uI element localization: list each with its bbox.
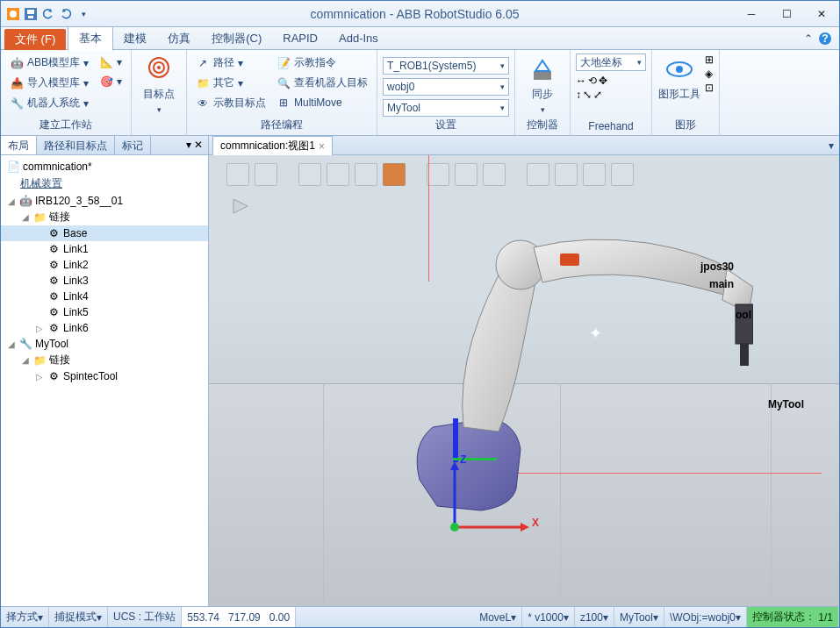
- minimize-ribbon-icon[interactable]: ⌃: [804, 32, 813, 45]
- tree-mytool[interactable]: ◢🔧MyTool: [1, 336, 208, 352]
- sb-controller-state[interactable]: 控制器状态： 1/1: [747, 607, 839, 627]
- stb12[interactable]: [583, 163, 606, 186]
- stb1[interactable]: [226, 163, 249, 186]
- stb4[interactable]: [327, 163, 349, 186]
- sb-speed[interactable]: * v1000 ▾: [522, 607, 575, 627]
- coord-button[interactable]: 🎯▾: [96, 73, 126, 90]
- tree-link5[interactable]: ⚙Link5: [1, 304, 208, 320]
- tab-model[interactable]: 建模: [113, 27, 157, 50]
- stb5[interactable]: [355, 163, 377, 186]
- sb-snap-mode[interactable]: 捕捉模式 ▾: [49, 607, 108, 627]
- sb-tool[interactable]: MyTool ▾: [614, 607, 664, 627]
- close-tab-icon[interactable]: ×: [319, 140, 325, 153]
- g2-icon[interactable]: ◈: [705, 68, 714, 80]
- undo-icon[interactable]: [41, 7, 55, 21]
- help-icon[interactable]: ?: [818, 32, 832, 46]
- maximize-button[interactable]: ☐: [769, 2, 804, 26]
- show-target-button[interactable]: 👁示教目标点: [192, 94, 269, 112]
- sb-zone[interactable]: z100 ▾: [575, 607, 614, 627]
- stb10[interactable]: [527, 163, 549, 186]
- target-button[interactable]: 目标点 ▾: [137, 54, 181, 116]
- tree-link1[interactable]: ⚙Link1: [1, 241, 208, 257]
- scene-play-icon[interactable]: [230, 196, 251, 217]
- sb-wobj[interactable]: \WObj:=wobj0 ▾: [664, 607, 747, 627]
- expand-icon[interactable]: ▷: [34, 372, 44, 382]
- view-menu-icon[interactable]: ▾: [829, 139, 834, 152]
- tab-rapid[interactable]: RAPID: [272, 28, 328, 48]
- sb-movel[interactable]: MoveL ▾: [474, 607, 522, 627]
- tree-robot[interactable]: ◢🤖IRB120_3_58__01: [1, 193, 208, 209]
- robot-system-button[interactable]: 🔧机器人系统 ▾: [6, 94, 92, 112]
- tab-basic[interactable]: 基本: [68, 26, 113, 51]
- sync-button[interactable]: 同步 ▾: [521, 54, 564, 116]
- stb9[interactable]: [483, 163, 506, 186]
- stb11[interactable]: [555, 163, 578, 186]
- rotate-icon[interactable]: ⟲: [588, 75, 597, 87]
- tree-link6[interactable]: ▷⚙Link6: [1, 320, 208, 336]
- tab-controller[interactable]: 控制器(C): [201, 27, 272, 50]
- path-button[interactable]: ↗路径 ▾: [192, 54, 269, 72]
- g1-icon[interactable]: ⊞: [705, 54, 714, 66]
- move-icon[interactable]: ↔: [576, 75, 586, 87]
- tree-link4[interactable]: ⚙Link4: [1, 289, 208, 304]
- multimove-button[interactable]: ⊞MultiMove: [273, 94, 371, 111]
- g3-icon[interactable]: ⊡: [705, 82, 714, 94]
- other-button[interactable]: 📁其它 ▾: [192, 74, 269, 92]
- find-robot-button[interactable]: 🔍查看机器人目标: [273, 74, 371, 92]
- sb-select-mode[interactable]: 择方式 ▾: [1, 607, 49, 627]
- tree-links[interactable]: ◢📁链接: [1, 209, 208, 225]
- redo-icon[interactable]: [59, 7, 73, 21]
- tab-addins[interactable]: Add-Ins: [328, 28, 389, 48]
- stb3[interactable]: [298, 163, 321, 186]
- app-icon[interactable]: [6, 7, 20, 21]
- t3-icon[interactable]: ⤢: [593, 89, 602, 101]
- tab-file[interactable]: 文件 (F): [4, 29, 66, 50]
- close-button[interactable]: ✕: [804, 2, 839, 26]
- group-controller-label: 控制器: [521, 117, 564, 133]
- svg-rect-3: [27, 10, 34, 14]
- abb-library-button[interactable]: 🤖ABB模型库 ▾: [6, 54, 92, 72]
- save-icon[interactable]: [24, 7, 38, 21]
- qat-dropdown-icon[interactable]: ▾: [76, 7, 90, 21]
- tree-link2[interactable]: ⚙Link2: [1, 257, 208, 273]
- task-dropdown[interactable]: T_ROB1(System5)▾: [383, 57, 509, 75]
- tree-spintec[interactable]: ▷⚙SpintecTool: [1, 368, 208, 384]
- stb6[interactable]: [383, 163, 406, 186]
- tab-paths[interactable]: 路径和目标点: [37, 136, 115, 154]
- system-icon: 🔧: [10, 96, 24, 111]
- graphics-tool-button[interactable]: 图形工具: [657, 54, 701, 103]
- view-tab[interactable]: commnication:视图1×: [212, 136, 333, 155]
- gear-icon: ⚙: [47, 289, 61, 303]
- collapse-icon[interactable]: ◢: [20, 212, 30, 222]
- teach-button[interactable]: 📝示教指令: [273, 54, 371, 72]
- collapse-icon[interactable]: ◢: [6, 339, 16, 349]
- tab-tags[interactable]: 标记: [115, 136, 151, 154]
- tree-link3[interactable]: ⚙Link3: [1, 273, 208, 289]
- t1-icon[interactable]: ↕: [576, 89, 581, 101]
- expand-icon[interactable]: ▷: [34, 324, 44, 333]
- frame-button[interactable]: 📐▾: [96, 54, 126, 71]
- tree-root[interactable]: 📄commnication*: [1, 159, 208, 175]
- tab-layout[interactable]: 布局: [1, 136, 37, 154]
- collapse-icon[interactable]: ◢: [20, 355, 30, 365]
- 3d-scene[interactable]: jpos30 main ool MyTool ✦ Z X: [209, 155, 839, 606]
- tree-base[interactable]: ⚙Base: [1, 225, 208, 241]
- title-bar: ▾ commnication - ABB RobotStudio 6.05 ─ …: [1, 1, 839, 27]
- tool-dropdown[interactable]: MyTool▾: [383, 99, 509, 117]
- stb13[interactable]: [611, 163, 634, 186]
- gear-icon: ⚙: [47, 242, 61, 256]
- stb7[interactable]: [427, 163, 449, 186]
- sidebar-menu-icon[interactable]: ▾ ✕: [181, 136, 208, 154]
- minimize-button[interactable]: ─: [734, 2, 769, 26]
- t2-icon[interactable]: ⤡: [583, 89, 592, 101]
- sync-label: 同步: [532, 87, 553, 102]
- stb2[interactable]: [255, 163, 277, 186]
- import-library-button[interactable]: 📥导入模型库 ▾: [6, 74, 92, 92]
- tab-sim[interactable]: 仿真: [157, 27, 201, 50]
- collapse-icon[interactable]: ◢: [6, 196, 16, 206]
- coord-dropdown[interactable]: 大地坐标▾: [576, 54, 646, 71]
- wobj-dropdown[interactable]: wobj0▾: [383, 78, 509, 96]
- jog-icon[interactable]: ✥: [599, 75, 607, 87]
- stb8[interactable]: [455, 163, 477, 186]
- tree-links2[interactable]: ◢📁链接: [1, 352, 208, 368]
